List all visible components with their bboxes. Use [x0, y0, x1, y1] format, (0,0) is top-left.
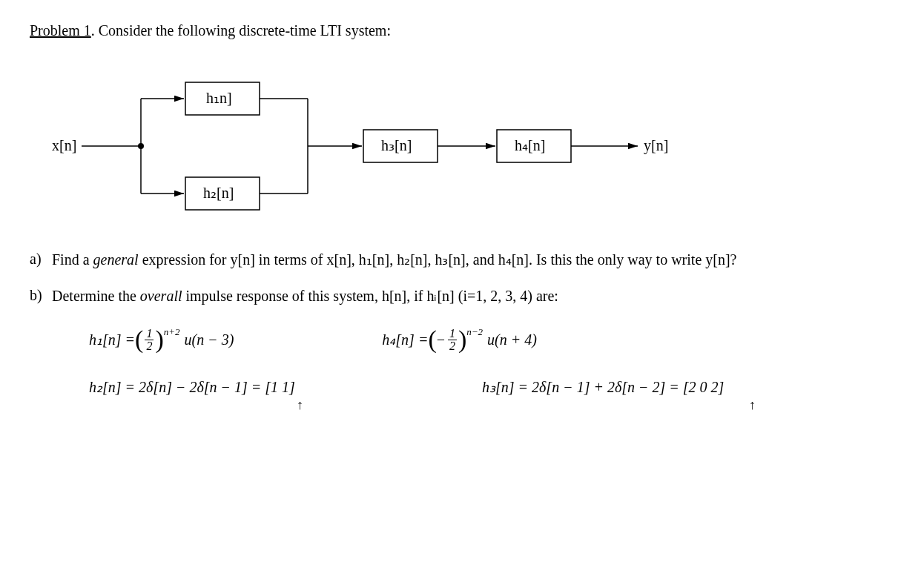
part-b-text-2: impulse response of this system, h[n], i…: [182, 288, 558, 304]
h1-equation: h₁[n] = ( 12 ) n+2 u(n − 3): [89, 327, 234, 352]
h2-arrow: ↑: [89, 397, 341, 413]
h4-block-label: h₄[n]: [515, 137, 545, 153]
h3-arrow: ↑: [482, 397, 756, 413]
h2-full: h₂[n] = 2δ[n] − 2δ[n − 1] = [1 1]: [89, 378, 295, 396]
part-b-label: b): [30, 287, 52, 305]
part-a-text-italic: general: [93, 251, 139, 268]
h4-exponent: n−2: [466, 326, 483, 338]
rparen-icon: ): [458, 327, 466, 352]
lparen-icon: (: [428, 327, 436, 352]
h1-block-label: h₁n]: [206, 90, 232, 106]
title-label: Problem 1: [30, 22, 91, 39]
part-b-text-italic: overall: [140, 288, 182, 304]
h1-exponent: n+2: [164, 326, 180, 338]
part-b-content: Determine the overall impulse response o…: [52, 287, 894, 305]
fraction-half: 12: [448, 328, 457, 352]
equation-row-1: h₁[n] = ( 12 ) n+2 u(n − 3) h₄[n] = ( − …: [89, 327, 894, 352]
part-b-text-1: Determine the: [52, 288, 140, 304]
neg-sign: −: [437, 331, 445, 348]
h3-equation-wrap: h₃[n] = 2δ[n − 1] + 2δ[n − 2] = [2 0 2] …: [482, 378, 756, 413]
h2-block-label: h₂[n]: [203, 185, 234, 201]
h3-full: h₃[n] = 2δ[n − 1] + 2δ[n − 2] = [2 0 2]: [482, 378, 724, 396]
h2-equation-wrap: h₂[n] = 2δ[n] − 2δ[n − 1] = [1 1] ↑: [89, 378, 341, 413]
lparen-icon: (: [135, 327, 143, 352]
fraction-half: 12: [145, 328, 154, 352]
part-a: a) Find a general expression for y[n] in…: [30, 251, 894, 268]
input-label: x[n]: [52, 137, 76, 153]
h2-equation: h₂[n] = 2δ[n] − 2δ[n − 1] = [1 1]: [89, 378, 341, 396]
block-diagram: x[n] h₁n] h₂[n] h₃[n] h₄[n] y[n]: [52, 69, 894, 221]
output-label: y[n]: [644, 137, 668, 154]
h1-rhs: u(n − 3): [185, 331, 234, 348]
h3-equation: h₃[n] = 2δ[n − 1] + 2δ[n − 2] = [2 0 2]: [482, 378, 756, 396]
title-rest: . Consider the following discrete-time L…: [91, 22, 391, 39]
problem-title: Problem 1. Consider the following discre…: [30, 22, 894, 39]
h4-equation: h₄[n] = ( − 12 ) n−2 u(n + 4): [382, 327, 537, 352]
diagram-svg: x[n] h₁n] h₂[n] h₃[n] h₄[n] y[n]: [52, 69, 719, 217]
h1-lhs: h₁[n] =: [89, 331, 135, 348]
part-a-text-1: Find a: [52, 251, 93, 268]
h4-rhs: u(n + 4): [487, 331, 537, 348]
h3-block-label: h₃[n]: [381, 137, 412, 153]
part-a-text-2: expression for y[n] in terms of x[n], h₁…: [139, 251, 737, 268]
part-a-content: Find a general expression for y[n] in te…: [52, 251, 894, 268]
h4-lhs: h₄[n] =: [382, 331, 428, 348]
rparen-icon: ): [155, 327, 163, 352]
part-a-label: a): [30, 251, 52, 268]
part-b: b) Determine the overall impulse respons…: [30, 287, 894, 305]
equation-row-2: h₂[n] = 2δ[n] − 2δ[n − 1] = [1 1] ↑ h₃[n…: [89, 378, 894, 413]
